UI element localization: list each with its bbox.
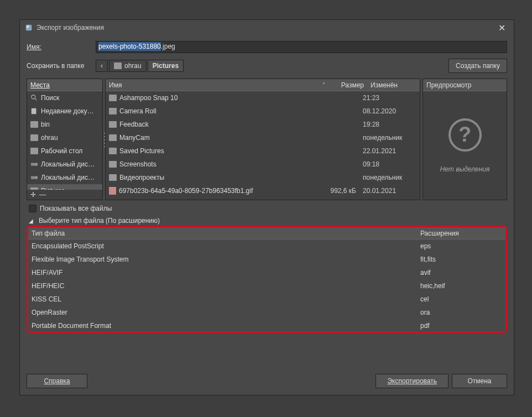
preview-panel: Предпросмотр ? Нет выделения	[423, 79, 507, 200]
file-row[interactable]: Ashampoo Snap 1021:23	[106, 91, 420, 105]
show-all-label: Показывать все файлы	[40, 205, 112, 212]
nav-back-button[interactable]: ‹	[96, 60, 108, 72]
file-row[interactable]: ManyCamпонедельник	[106, 131, 420, 144]
folder-icon	[30, 147, 38, 155]
col-header-size[interactable]: Размер	[328, 81, 367, 89]
window-title: Экспорт изображения	[36, 24, 494, 32]
disk-icon	[30, 160, 38, 168]
places-panel: Места ПоискНедавние доку…binohrauРабочий…	[27, 79, 103, 200]
places-footer: ✛ —	[27, 190, 102, 200]
folder-icon	[109, 174, 117, 181]
export-dialog: Экспорт изображения ✕ Имя: pexels-photo-…	[19, 19, 514, 395]
filetype-row[interactable]: OpenRasterora	[28, 306, 505, 319]
file-row[interactable]: 697b023b-64a5-49a0-8059-27b963453fb1.gif…	[106, 184, 420, 197]
filetype-col-ext[interactable]: Расширения	[417, 230, 505, 237]
add-place-button[interactable]: ✛	[30, 191, 36, 199]
sort-asc-icon: ˄	[322, 82, 325, 88]
folder-icon	[109, 161, 117, 168]
file-row[interactable]: Feedback19:28	[106, 118, 420, 131]
svg-rect-4	[32, 108, 36, 114]
filetype-row[interactable]: HEIF/AVIFavif	[28, 266, 505, 279]
breadcrumb-current[interactable]: Pictures	[148, 60, 184, 72]
export-button[interactable]: Экспортировать	[375, 374, 448, 388]
select-filetype-row[interactable]: ◢ Выберите тип файла (По расширению)	[27, 217, 507, 225]
filetype-row[interactable]: KISS CELcel	[28, 293, 505, 306]
file-icon	[109, 187, 116, 195]
svg-rect-0	[26, 25, 32, 31]
place-item-3[interactable]: ohrau	[27, 131, 102, 144]
show-all-files-row[interactable]: Показывать все файлы	[27, 205, 507, 212]
filetype-row[interactable]: HEIF/HEICheic,heif	[28, 279, 505, 293]
folder-icon	[109, 121, 117, 128]
recent-icon	[30, 107, 38, 115]
place-item-7[interactable]: Pictures	[27, 184, 102, 190]
remove-place-button[interactable]: —	[39, 191, 46, 199]
expander-icon[interactable]: ◢	[29, 218, 35, 224]
help-button[interactable]: Справка	[27, 374, 87, 388]
select-filetype-label: Выберите тип файла (По расширению)	[39, 217, 160, 225]
place-item-0[interactable]: Поиск	[27, 91, 102, 105]
places-header[interactable]: Места	[27, 79, 102, 91]
col-header-name[interactable]: Имя˄	[106, 81, 328, 89]
cancel-button[interactable]: Отмена	[452, 374, 507, 388]
svg-point-8	[36, 177, 37, 178]
place-item-1[interactable]: Недавние доку…	[27, 105, 102, 118]
preview-header: Предпросмотр	[423, 79, 507, 91]
file-row[interactable]: Camera Roll08.12.2020	[106, 105, 420, 118]
filetype-row[interactable]: Encapsulated PostScripteps	[28, 239, 505, 253]
disk-icon	[30, 174, 38, 181]
search-icon	[30, 94, 38, 102]
svg-line-3	[35, 98, 37, 101]
file-row[interactable]: Screenshots09:18	[106, 158, 420, 171]
file-list-panel: Имя˄ Размер Изменён Ashampoo Snap 1021:2…	[105, 79, 420, 200]
file-row[interactable]: Saved Pictures22.01.2021	[106, 144, 420, 158]
folder-icon	[109, 148, 117, 154]
folder-icon	[30, 134, 38, 142]
title-bar: Экспорт изображения ✕	[20, 20, 514, 35]
col-header-modified[interactable]: Изменён	[367, 81, 420, 89]
place-item-6[interactable]: Локальный дис…	[27, 171, 102, 184]
svg-point-6	[36, 164, 37, 165]
app-icon	[24, 23, 33, 32]
svg-point-2	[32, 95, 35, 99]
create-folder-button[interactable]: Создать папку	[448, 59, 507, 73]
file-row[interactable]: Видеопроектыпонедельник	[106, 171, 420, 184]
breadcrumb-user[interactable]: ohrau	[109, 60, 147, 72]
folder-icon	[109, 95, 117, 101]
filetype-list: Тип файла Расширения Encapsulated PostSc…	[27, 226, 507, 333]
place-item-2[interactable]: bin	[27, 118, 102, 131]
folder-icon	[109, 134, 117, 141]
show-all-checkbox[interactable]	[29, 205, 36, 212]
folder-icon	[30, 121, 38, 128]
filename-input[interactable]: pexels-photo-531880.jpeg	[96, 41, 507, 53]
place-item-4[interactable]: Рабочий стол	[27, 144, 102, 158]
question-icon: ?	[448, 118, 482, 152]
close-button[interactable]: ✕	[494, 20, 509, 35]
name-label: Имя:	[27, 43, 96, 51]
resize-grip[interactable]	[103, 132, 106, 148]
folder-icon	[109, 108, 117, 114]
filetype-row[interactable]: Flexible Image Transport Systemfit,fits	[28, 253, 505, 266]
preview-empty-text: Нет выделения	[440, 165, 490, 173]
place-item-5[interactable]: Локальный дис…	[27, 158, 102, 171]
save-in-label: Сохранить в папке	[27, 62, 96, 70]
file-row[interactable]: logotype (1).png6,0 кБ20:59	[106, 197, 420, 200]
filetype-row[interactable]: Portable Document Formatpdf	[28, 319, 505, 331]
filetype-col-type[interactable]: Тип файла	[28, 230, 417, 237]
svg-point-1	[27, 26, 29, 28]
